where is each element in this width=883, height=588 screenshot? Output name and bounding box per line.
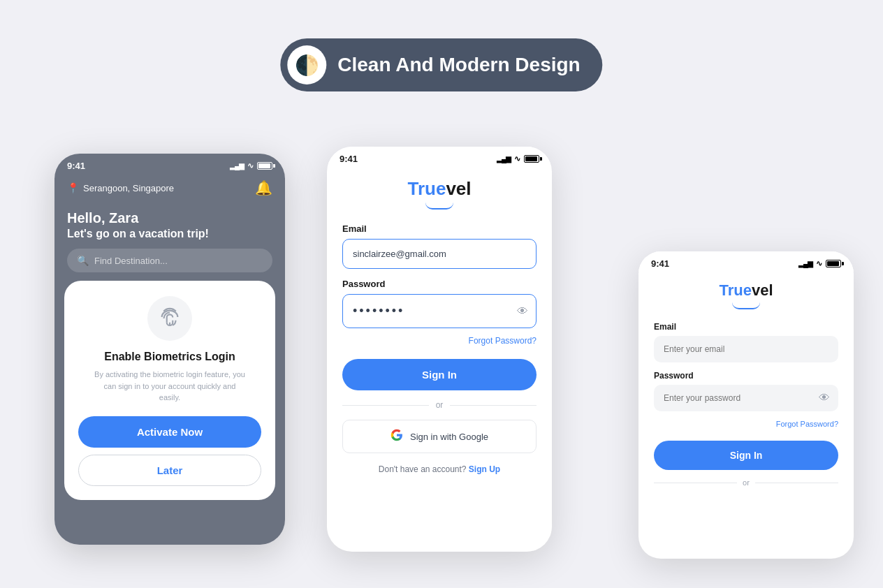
search-bar[interactable]: 🔍 Find Destination...	[67, 249, 272, 272]
header-badge: 🌓 Clean And Modern Design	[280, 38, 602, 91]
battery-icon-mid	[524, 155, 539, 163]
location-row: 📍 Serangoon, Singapore	[67, 182, 174, 193]
forgot-password-mid: Forgot Password?	[342, 334, 537, 346]
signup-text: Don't have an account?	[379, 464, 467, 474]
divider-line-left-right	[654, 483, 737, 483]
logo-smile-mid	[425, 203, 453, 210]
email-input-mid[interactable]	[342, 239, 537, 269]
divider-line-right-right	[755, 483, 838, 483]
logo-blue-mid: True	[407, 178, 446, 199]
password-input-mid[interactable]	[342, 294, 537, 328]
search-placeholder: Find Destination...	[94, 256, 168, 266]
battery-icon-right	[826, 260, 841, 267]
signup-row: Don't have an account? Sign Up	[342, 464, 537, 474]
greeting-sub: Let's go on a vacation trip!	[67, 228, 272, 240]
activate-now-button[interactable]: Activate Now	[78, 416, 261, 448]
divider-line-left	[342, 405, 429, 406]
eye-icon-mid[interactable]: 👁	[517, 305, 528, 318]
biometrics-title: Enable Biometrics Login	[104, 351, 235, 363]
truevel-logo-mid: Truevel	[327, 178, 552, 210]
divider-mid: or	[342, 400, 537, 410]
form-mid: Email Password 👁 Forgot Password? Sign I…	[327, 223, 552, 474]
google-btn-text: Sign in with Google	[410, 432, 488, 442]
time-right: 9:41	[651, 258, 669, 269]
greeting-name: Hello, Zara	[67, 210, 272, 226]
wifi-icon-right: ∿	[816, 259, 822, 268]
status-icons-left: ▂▄▆ ∿	[230, 161, 272, 170]
password-wrapper-right: 👁	[654, 385, 838, 411]
bell-icon[interactable]: 🔔	[255, 179, 272, 196]
eye-icon-right[interactable]: 👁	[819, 392, 830, 404]
logo-dark-mid: vel	[446, 178, 471, 199]
later-button[interactable]: Later	[78, 455, 261, 486]
greeting-section: Hello, Zara Let's go on a vacation trip!	[54, 205, 285, 240]
email-input-right[interactable]	[654, 336, 838, 362]
search-container: 🔍 Find Destination...	[54, 240, 285, 281]
status-bar-right: 9:41 ▂▄▆ ∿	[638, 251, 854, 272]
form-right: Email Password 👁 Forgot Password? Sign I…	[638, 322, 854, 487]
signal-icon-right: ▂▄▆	[798, 260, 812, 267]
google-signin-button[interactable]: Sign in with Google	[342, 420, 537, 453]
forgot-password-link-mid[interactable]: Forgot Password?	[469, 336, 537, 346]
status-bar-left: 9:41 ▂▄▆ ∿	[54, 154, 285, 174]
password-label-mid: Password	[342, 279, 537, 289]
status-icons-mid: ▂▄▆ ∿	[497, 154, 539, 163]
wifi-icon: ∿	[247, 161, 254, 170]
divider-text-mid: or	[436, 400, 444, 410]
phone-left: 9:41 ▂▄▆ ∿ 📍 Serangoon, Singapore 🔔 Hell…	[54, 154, 285, 545]
biometrics-card: Enable Biometrics Login By activating th…	[64, 281, 275, 500]
logo-smile-right	[732, 302, 760, 309]
fingerprint-icon	[147, 296, 192, 341]
divider-right: or	[654, 478, 838, 487]
logo-dark-right: vel	[752, 281, 773, 299]
forgot-password-link-right[interactable]: Forgot Password?	[776, 420, 838, 428]
forgot-password-right: Forgot Password?	[654, 417, 838, 429]
biometrics-desc: By activating the biometric login featur…	[93, 369, 247, 404]
badge-icon: 🌓	[287, 45, 326, 84]
signal-icon-mid: ▂▄▆	[497, 155, 511, 163]
logo-blue-right: True	[719, 281, 751, 299]
signin-button-right[interactable]: Sign In	[654, 441, 838, 470]
status-bar-mid: 9:41 ▂▄▆ ∿	[327, 147, 552, 167]
truevel-logo-right: Truevel	[638, 281, 854, 309]
phone-right: 9:41 ▂▄▆ ∿ Truevel Email Password 👁 Forg…	[638, 251, 854, 559]
password-input-right[interactable]	[654, 385, 838, 411]
google-icon	[391, 429, 403, 444]
search-icon: 🔍	[77, 255, 89, 266]
signal-icon: ▂▄▆	[230, 162, 244, 170]
email-label-mid: Email	[342, 223, 537, 234]
divider-line-right	[450, 405, 537, 406]
battery-icon	[257, 162, 272, 170]
signin-button-mid[interactable]: Sign In	[342, 359, 537, 390]
email-label-right: Email	[654, 322, 838, 332]
time-mid: 9:41	[340, 154, 358, 164]
time-left: 9:41	[67, 161, 85, 171]
password-wrapper-mid: 👁	[342, 294, 537, 328]
location-text: Serangoon, Singapore	[83, 183, 174, 193]
wifi-icon-mid: ∿	[514, 154, 520, 163]
badge-title: Clean And Modern Design	[337, 54, 580, 76]
left-phone-header: 📍 Serangoon, Singapore 🔔	[54, 174, 285, 205]
password-label-right: Password	[654, 371, 838, 381]
status-icons-right: ▂▄▆ ∿	[798, 259, 841, 268]
divider-text-right: or	[743, 478, 750, 487]
location-pin-icon: 📍	[67, 182, 79, 193]
signup-link[interactable]: Sign Up	[469, 464, 500, 474]
phone-mid: 9:41 ▂▄▆ ∿ Truevel Email Password 👁 Forg…	[327, 147, 552, 552]
